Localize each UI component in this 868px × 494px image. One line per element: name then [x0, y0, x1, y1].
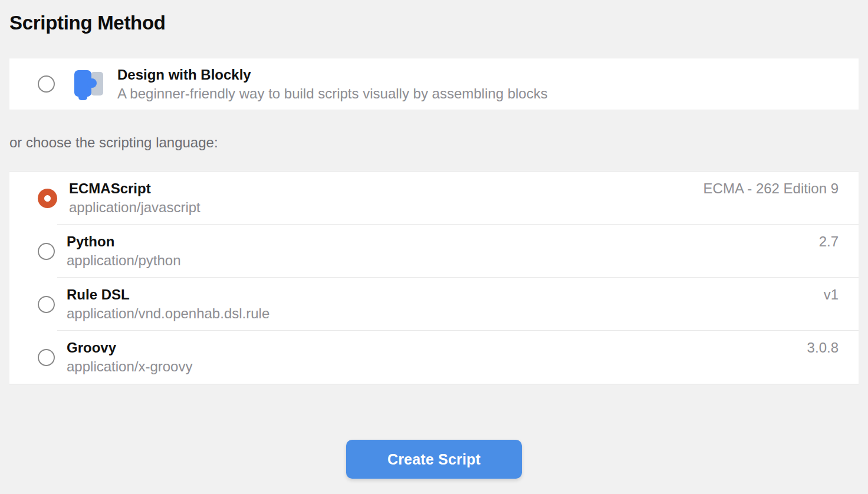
- page-title: Scripting Method: [0, 0, 868, 37]
- option-rule-dsl[interactable]: Rule DSL v1 application/vnd.openhab.dsl.…: [9, 278, 859, 331]
- radio-python[interactable]: [38, 243, 55, 260]
- language-row-content: ECMAScript ECMA - 262 Edition 9 applicat…: [69, 179, 839, 218]
- language-version: ECMA - 262 Edition 9: [703, 179, 839, 197]
- language-title: Groovy: [67, 338, 116, 357]
- option-python[interactable]: Python 2.7 application/python: [9, 225, 859, 278]
- option-design-with-blockly[interactable]: Design with Blockly A beginner-friendly …: [9, 58, 859, 110]
- language-version: 2.7: [819, 232, 839, 251]
- radio-groovy[interactable]: [38, 349, 55, 366]
- create-script-button[interactable]: Create Script: [346, 440, 522, 479]
- language-mime: application/python: [67, 251, 839, 271]
- language-row-content: Python 2.7 application/python: [67, 232, 839, 271]
- language-title: Python: [67, 232, 114, 251]
- blockly-option-text: Design with Blockly A beginner-friendly …: [117, 65, 548, 103]
- option-ecmascript[interactable]: ECMAScript ECMA - 262 Edition 9 applicat…: [9, 172, 859, 225]
- language-title: Rule DSL: [67, 285, 130, 304]
- language-title: ECMAScript: [69, 179, 151, 197]
- language-mime: application/javascript: [69, 197, 839, 218]
- blockly-option-subtitle: A beginner-friendly way to build scripts…: [117, 84, 548, 103]
- language-row-content: Rule DSL v1 application/vnd.openhab.dsl.…: [67, 285, 839, 324]
- language-row-content: Groovy 3.0.8 application/x-groovy: [67, 338, 839, 377]
- radio-ecmascript[interactable]: [38, 189, 57, 208]
- radio-rule-dsl[interactable]: [38, 296, 55, 313]
- language-mime: application/x-groovy: [67, 357, 839, 377]
- blockly-icon: [73, 68, 104, 100]
- language-list: ECMAScript ECMA - 262 Edition 9 applicat…: [9, 171, 859, 384]
- language-version: v1: [824, 285, 839, 304]
- option-groovy[interactable]: Groovy 3.0.8 application/x-groovy: [9, 331, 859, 384]
- radio-blockly[interactable]: [38, 75, 55, 93]
- language-version: 3.0.8: [807, 338, 839, 357]
- blockly-option-title: Design with Blockly: [117, 65, 548, 84]
- or-choose-label: or choose the scripting language:: [9, 133, 859, 152]
- language-mime: application/vnd.openhab.dsl.rule: [67, 304, 839, 324]
